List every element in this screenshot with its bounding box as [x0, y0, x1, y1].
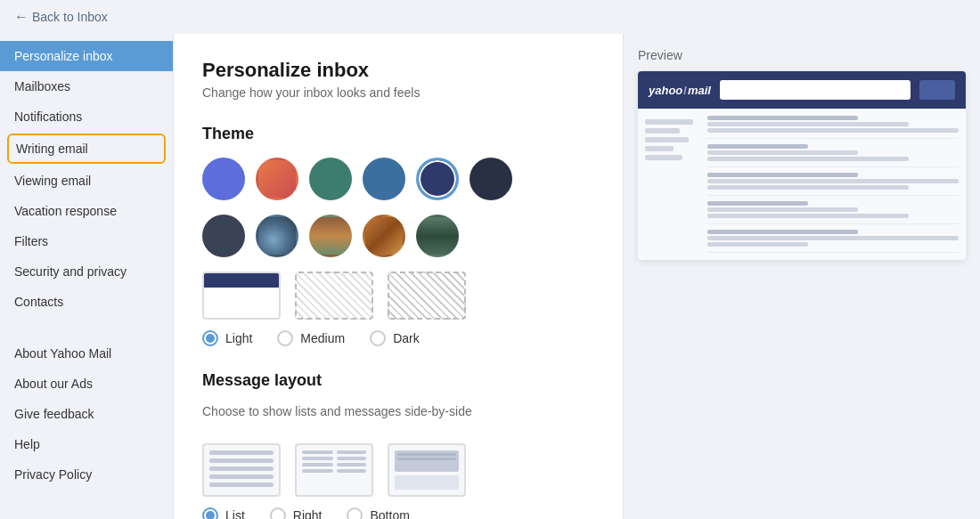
- preview-list-item: [707, 144, 959, 167]
- theme-circle-orange[interactable]: [256, 158, 298, 200]
- sidebar-item-filters[interactable]: Filters: [0, 226, 173, 256]
- layout-left-col: [302, 450, 333, 490]
- theme-rect-medium[interactable]: [295, 272, 373, 320]
- preview-list-item: [707, 230, 959, 253]
- layout-radio-group: List Right Bottom: [202, 507, 594, 519]
- theme-mode-medium-radio[interactable]: [277, 330, 293, 346]
- layout-list-label: List: [225, 508, 245, 519]
- sidebar-item-give-feedback[interactable]: Give feedback: [0, 399, 173, 429]
- layout-line: [302, 457, 333, 460]
- sidebar-nav: Personalize inbox Mailboxes Notification…: [0, 41, 173, 317]
- preview-line: [707, 230, 858, 234]
- layout-line: [302, 463, 333, 466]
- sidebar-item-contacts[interactable]: Contacts: [0, 287, 173, 317]
- content-subtitle: Change how your inbox looks and feels: [202, 85, 594, 100]
- theme-circle-navy[interactable]: [416, 158, 459, 200]
- back-arrow-icon: ←: [14, 9, 29, 25]
- preview-line: [707, 179, 959, 183]
- preview-header: yahoo/mail: [638, 71, 966, 109]
- theme-mode-medium[interactable]: Medium: [277, 330, 345, 346]
- preview-line: [707, 242, 808, 247]
- layout-line: [302, 450, 333, 454]
- layout-option-right[interactable]: Right: [270, 507, 323, 519]
- sidebar-item-notifications[interactable]: Notifications: [0, 101, 173, 132]
- sidebar-item-help[interactable]: Help: [0, 429, 173, 459]
- sidebar-item-personalize-inbox[interactable]: Personalize inbox: [0, 41, 173, 71]
- layout-bottom-part: [395, 475, 459, 490]
- layout-option-list[interactable]: List: [202, 507, 245, 519]
- content-title: Personalize inbox: [202, 59, 594, 82]
- theme-mode-radio-group: Light Medium Dark: [202, 330, 594, 346]
- sidebar: Personalize inbox Mailboxes Notification…: [0, 34, 174, 519]
- layout-line: [209, 450, 274, 455]
- theme-mode-light-label: Light: [225, 331, 252, 345]
- layout-right-label: Right: [293, 508, 323, 519]
- preview-line: [707, 236, 959, 240]
- preview-window: yahoo/mail: [638, 71, 966, 260]
- layout-rect-right[interactable]: [295, 443, 373, 497]
- layout-list-radio[interactable]: [202, 507, 218, 519]
- sidebar-storage: 1 TB of storage 0.01 % used: [0, 511, 173, 519]
- theme-circle-green[interactable]: [309, 158, 352, 200]
- preview-search-bar: [720, 80, 911, 100]
- theme-rect-dark[interactable]: [388, 272, 466, 320]
- preview-line: [707, 116, 858, 120]
- theme-circle-teal[interactable]: [363, 158, 405, 200]
- layout-subtitle: Choose to show lists and messages side-b…: [202, 404, 594, 418]
- preview-line: [707, 128, 959, 133]
- sidebar-footer-links: About Yahoo Mail About our Ads Give feed…: [0, 338, 173, 490]
- preview-mail: mail: [688, 84, 711, 97]
- layout-line: [337, 469, 366, 473]
- sidebar-item-writing-email[interactable]: Writing email: [7, 134, 166, 164]
- theme-mode-light[interactable]: Light: [202, 330, 252, 346]
- preview-sidebar-line: [645, 137, 689, 142]
- sidebar-item-vacation-response[interactable]: Vacation response: [0, 196, 173, 226]
- back-label: Back to Inbox: [32, 10, 108, 24]
- layout-mini-line: [397, 453, 456, 456]
- sidebar-item-mailboxes[interactable]: Mailboxes: [0, 71, 173, 101]
- layout-line: [302, 469, 333, 473]
- preview-line: [707, 122, 909, 126]
- layout-right-radio[interactable]: [270, 507, 286, 519]
- preview-sidebar-line: [645, 119, 693, 125]
- preview-line: [707, 150, 858, 155]
- theme-circle-blue[interactable]: [202, 158, 245, 200]
- preview-list-item: [707, 173, 959, 196]
- layout-top-part: [395, 450, 459, 472]
- theme-circle-charcoal[interactable]: [202, 215, 245, 257]
- layout-section-title: Message layout: [202, 371, 594, 390]
- theme-circle-clouds[interactable]: [256, 215, 298, 257]
- sidebar-item-security-privacy[interactable]: Security and privacy: [0, 256, 173, 287]
- preview-list: [700, 109, 966, 260]
- theme-circle-dark[interactable]: [470, 158, 512, 200]
- layout-bottom-radio[interactable]: [347, 507, 363, 519]
- theme-mode-dark[interactable]: Dark: [370, 330, 420, 346]
- top-bar: ← Back to Inbox: [0, 0, 980, 34]
- theme-circle-forest[interactable]: [416, 215, 459, 257]
- preview-line: [707, 157, 909, 161]
- sidebar-item-about-our-ads[interactable]: About our Ads: [0, 369, 173, 399]
- preview-yahoo: yahoo: [649, 84, 682, 97]
- sidebar-item-viewing-email[interactable]: Viewing email: [0, 166, 173, 196]
- layout-bottom-label: Bottom: [370, 508, 409, 519]
- theme-rect-light[interactable]: [202, 272, 281, 320]
- theme-circle-landscape[interactable]: [309, 215, 352, 257]
- theme-mode-light-radio[interactable]: [202, 330, 218, 346]
- preview-slash: /: [683, 84, 687, 97]
- theme-section-title: Theme: [202, 125, 594, 143]
- layout-rect-bottom[interactable]: [388, 443, 466, 497]
- preview-list-item: [707, 201, 959, 224]
- sidebar-item-privacy-policy[interactable]: Privacy Policy: [0, 459, 173, 490]
- theme-mode-dark-radio[interactable]: [370, 330, 386, 346]
- sidebar-item-about-yahoo-mail[interactable]: About Yahoo Mail: [0, 338, 173, 369]
- preview-logo: yahoo/mail: [649, 84, 711, 97]
- preview-line: [707, 173, 858, 177]
- layout-rect-list[interactable]: [202, 443, 281, 497]
- layout-rects: [202, 443, 594, 497]
- layout-option-bottom[interactable]: Bottom: [347, 507, 409, 519]
- main-layout: Personalize inbox Mailboxes Notification…: [0, 34, 980, 519]
- back-to-inbox-link[interactable]: ← Back to Inbox: [14, 9, 108, 25]
- preview-line: [707, 144, 808, 149]
- layout-right-col: [337, 450, 366, 490]
- theme-circle-sunset[interactable]: [363, 215, 405, 257]
